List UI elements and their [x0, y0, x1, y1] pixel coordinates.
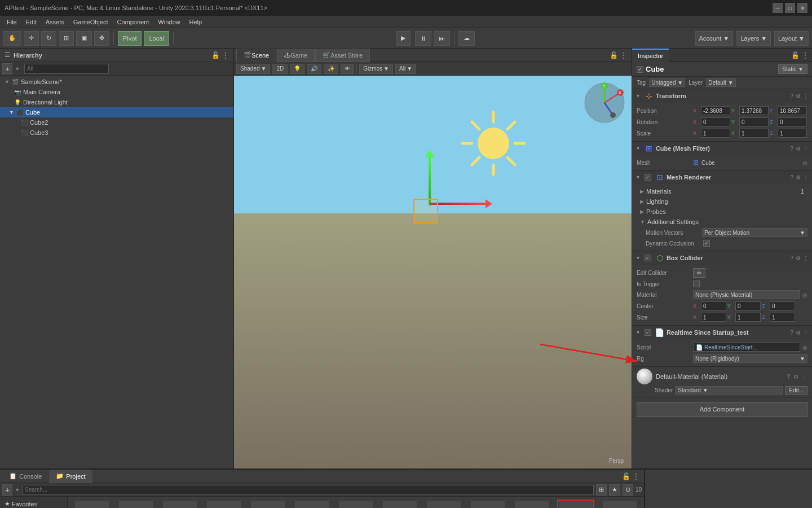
hierarchy-item-samplescene[interactable]: ▼ 🎬 SampleScene*: [0, 77, 233, 87]
audio-btn[interactable]: 🔊: [307, 64, 321, 74]
step-btn[interactable]: ⏭: [434, 31, 450, 46]
viewport-canvas[interactable]: Y X Persp: [234, 76, 632, 468]
asset-item-loaded[interactable]: # LoadedLe...: [468, 501, 508, 508]
script-select-icon[interactable]: ◎: [802, 344, 807, 351]
shader-dropdown[interactable]: Standard ▼: [675, 386, 783, 395]
dynamic-occlusion-checkbox[interactable]: [703, 240, 710, 247]
meshfilter-preset-icon[interactable]: ⚙: [796, 146, 801, 152]
bottom-menu-icon[interactable]: ⋮: [633, 472, 639, 480]
scale-x-input[interactable]: [701, 129, 730, 138]
hand-tool-btn[interactable]: ✋: [3, 31, 21, 46]
play-btn[interactable]: ▶: [396, 31, 411, 46]
tag-select[interactable]: Untagged ▼: [649, 78, 685, 87]
menu-window[interactable]: Window: [153, 17, 184, 27]
asset-item-degrandra[interactable]: # DegAndRa...: [292, 501, 332, 508]
menu-edit[interactable]: Edit: [21, 17, 41, 27]
layout-dropdown[interactable]: Layout ▼: [774, 31, 809, 46]
mesh-select-icon[interactable]: ◎: [802, 160, 807, 166]
samplescene-expand-icon[interactable]: ▼: [5, 79, 10, 85]
pivot-btn[interactable]: Pivot: [118, 31, 142, 46]
is-trigger-checkbox[interactable]: [693, 281, 700, 287]
asset-item-dontsave[interactable]: # DontSave_...: [336, 501, 376, 508]
project-star-btn[interactable]: ★: [609, 484, 620, 496]
material-preset-icon[interactable]: ⚙: [793, 374, 798, 380]
local-btn[interactable]: Local: [144, 31, 169, 46]
boxcollider-enabled-checkbox[interactable]: [645, 255, 651, 261]
tab-project[interactable]: 📁 Project: [49, 470, 92, 483]
script-enabled-checkbox[interactable]: [645, 329, 651, 336]
menu-help[interactable]: Help: [184, 17, 206, 27]
all-dropdown[interactable]: All ▼: [395, 64, 416, 74]
size-x-input[interactable]: [701, 313, 726, 322]
maximize-btn[interactable]: □: [785, 3, 795, 13]
motion-vectors-dropdown[interactable]: Per Object Motion ▼: [702, 228, 807, 237]
lighting-btn[interactable]: 💡: [290, 64, 304, 74]
meshrenderer-preset-icon[interactable]: ⚙: [796, 174, 801, 181]
pos-x-input[interactable]: [701, 106, 730, 115]
bottom-lock-icon[interactable]: 🔓: [622, 472, 630, 480]
move-tool-btn[interactable]: ✛: [24, 31, 39, 46]
minimize-btn[interactable]: ─: [773, 3, 783, 13]
asset-item-scenes[interactable]: 📁 Scenes: [72, 501, 112, 508]
menu-assets[interactable]: Assets: [41, 17, 69, 27]
add-component-btn[interactable]: Add Component: [637, 402, 807, 417]
asset-item-activeself[interactable]: # ActiveSelf...: [116, 501, 156, 508]
boxcollider-help-icon[interactable]: ?: [790, 255, 793, 261]
project-size-btn[interactable]: ⊙: [623, 484, 633, 496]
materials-toggle[interactable]: ▶ Materials 1: [637, 186, 807, 196]
inspector-static-dropdown[interactable]: Static ▼: [778, 64, 807, 74]
object-enabled-checkbox[interactable]: [637, 66, 643, 73]
material-more-icon[interactable]: ⋮: [802, 374, 807, 380]
favorites-folder[interactable]: ★ Favorites: [2, 499, 65, 508]
material-help-icon[interactable]: ?: [787, 374, 790, 380]
meshrenderer-more-icon[interactable]: ⋮: [803, 174, 809, 181]
center-x-input[interactable]: [701, 301, 726, 310]
account-dropdown[interactable]: Account ▼: [695, 31, 734, 46]
edit-collider-btn[interactable]: ✏: [693, 268, 705, 278]
meshrenderer-enabled-checkbox[interactable]: [645, 174, 651, 181]
pos-z-input[interactable]: [778, 106, 807, 115]
tab-asset-store[interactable]: 🛒 Asset Store: [315, 49, 370, 62]
transform-preset-icon[interactable]: ⚙: [796, 93, 801, 99]
cube-expand-icon[interactable]: ▼: [9, 110, 14, 115]
rotate-tool-btn[interactable]: ↻: [41, 31, 56, 46]
physic-material-dropdown[interactable]: None (Physic Material): [693, 290, 800, 299]
asset-item-realtime[interactable]: # RealtimeSi...: [556, 501, 595, 508]
project-search-input[interactable]: [22, 485, 594, 495]
asset-item-euler[interactable]: # EulerAngle...: [380, 501, 420, 508]
boxcollider-preset-icon[interactable]: ⚙: [796, 255, 801, 261]
asset-item-collision[interactable]: # CollisionDe...: [248, 501, 288, 508]
transform-component-header[interactable]: ▼ ⊹ Transform ? ⚙ ⋮: [632, 89, 812, 103]
scene-gizmo[interactable]: Y X: [582, 80, 627, 125]
pause-btn[interactable]: ⏸: [415, 31, 431, 46]
mesh-renderer-header[interactable]: ▼ ⊡ Mesh Renderer ? ⚙ ⋮: [632, 170, 812, 184]
2d-btn[interactable]: 2D: [272, 64, 288, 74]
meshfilter-help-icon[interactable]: ?: [790, 146, 793, 152]
asset-item-camera[interactable]: # CameraT...: [204, 501, 244, 508]
viewport-lock-icon[interactable]: 🔓: [610, 51, 618, 59]
hierarchy-item-cube3[interactable]: ⬛ Cube3: [0, 128, 233, 138]
gizmos-dropdown[interactable]: Gizmos ▼: [359, 64, 393, 74]
asset-item-aspect[interactable]: # Aspect_d...: [160, 501, 200, 508]
pos-y-input[interactable]: [739, 106, 769, 115]
scale-z-input[interactable]: [778, 129, 807, 138]
viewport-menu-icon[interactable]: ⋮: [620, 51, 627, 59]
rot-z-input[interactable]: [778, 117, 807, 126]
transform-tool-btn[interactable]: ✤: [94, 31, 109, 46]
menu-gameobject[interactable]: GameObject: [69, 17, 113, 27]
tab-game[interactable]: 🕹 Game: [277, 49, 315, 62]
asset-item-newscene2[interactable]: # newScene2: [512, 501, 551, 508]
size-y-input[interactable]: [735, 313, 761, 322]
tab-scene[interactable]: 🎬 Scene: [236, 49, 276, 62]
effects-btn[interactable]: ✨: [324, 64, 338, 74]
menu-file[interactable]: File: [2, 17, 21, 27]
hierarchy-item-maincamera[interactable]: 📷 Main Camera: [0, 87, 233, 97]
hierarchy-search-input[interactable]: [24, 64, 109, 74]
hierarchy-add-btn[interactable]: +: [2, 63, 12, 75]
layer-select[interactable]: Default ▼: [706, 78, 735, 87]
tab-console[interactable]: 📋 Console: [2, 470, 48, 483]
center-z-input[interactable]: [770, 301, 795, 310]
asset-item-setfrom[interactable]: # SetFromRo...: [600, 501, 639, 508]
cube-viewport-object[interactable]: [413, 199, 438, 224]
size-z-input[interactable]: [770, 313, 795, 322]
